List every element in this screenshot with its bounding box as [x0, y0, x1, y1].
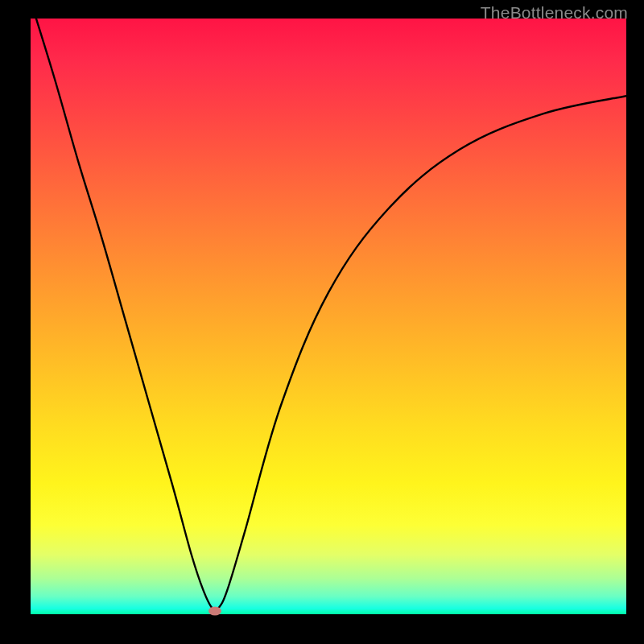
plot-area — [31, 19, 626, 614]
watermark-text: TheBottleneck.com — [481, 3, 628, 23]
chart-frame: TheBottleneck.com — [0, 0, 644, 644]
bottleneck-curve — [31, 19, 626, 611]
curve-svg — [31, 19, 626, 614]
optimal-marker — [208, 607, 221, 616]
